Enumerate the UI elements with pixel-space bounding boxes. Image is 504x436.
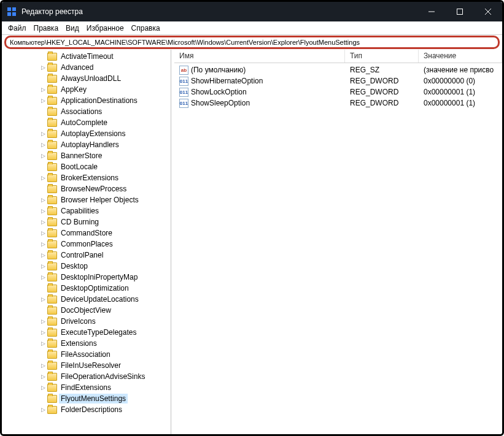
tree-item[interactable]: ▷Desktop <box>2 261 171 272</box>
tree-item[interactable]: ▷ExecuteTypeDelegates <box>2 327 171 338</box>
chevron-right-icon[interactable]: ▷ <box>39 174 47 182</box>
chevron-right-icon[interactable]: ▷ <box>39 339 47 348</box>
tree-item[interactable]: ▷Browser Helper Objects <box>2 194 171 205</box>
chevron-right-icon[interactable]: ▷ <box>39 218 47 226</box>
minimize-button[interactable] <box>417 2 446 21</box>
tree-item[interactable]: BootLocale <box>2 161 171 172</box>
tree-item[interactable]: AlwaysUnloadDLL <box>2 73 171 84</box>
tree-item[interactable]: ▷CommandStore <box>2 228 171 239</box>
folder-icon <box>47 108 57 116</box>
chevron-right-icon[interactable]: ▷ <box>39 262 47 270</box>
folder-icon <box>47 174 57 182</box>
value-type: REG_DWORD <box>345 99 419 107</box>
chevron-right-icon[interactable]: ▷ <box>39 129 47 138</box>
chevron-right-icon[interactable]: ▷ <box>39 372 47 381</box>
tree-item-label: FileOperationAdviseSinks <box>59 372 147 381</box>
folder-icon <box>47 362 57 370</box>
chevron-right-icon[interactable]: ▷ <box>39 317 47 326</box>
tree-item[interactable]: ▷FileOperationAdviseSinks <box>2 371 171 382</box>
menu-favorites[interactable]: Избранное <box>83 23 128 34</box>
folder-icon <box>47 384 57 392</box>
tree-item[interactable]: ▷Extensions <box>2 338 171 349</box>
tree-item[interactable]: ▷DriveIcons <box>2 316 171 327</box>
tree-item[interactable]: ▷FindExtensions <box>2 382 171 393</box>
tree-item[interactable]: DocObjectView <box>2 305 171 316</box>
tree-item[interactable]: ▷BrokerExtensions <box>2 172 171 183</box>
tree-item[interactable]: ▷ApplicationDestinations <box>2 95 171 106</box>
tree-item[interactable]: ▷AutoplayHandlers <box>2 139 171 150</box>
address-input[interactable]: Компьютер\HKEY_LOCAL_MACHINE\SOFTWARE\Mi… <box>4 36 500 49</box>
tree-item[interactable]: ▷FileInUseResolver <box>2 360 171 371</box>
tree-item-label: Extensions <box>59 338 99 348</box>
tree-item[interactable]: ▷CD Burning <box>2 216 171 228</box>
close-button[interactable] <box>474 2 502 21</box>
tree-item[interactable]: ▷DeviceUpdateLocations <box>2 294 171 305</box>
list-body[interactable]: ab(По умолчанию)REG_SZ(значение не присв… <box>174 63 502 434</box>
chevron-right-icon[interactable]: ▷ <box>39 229 47 237</box>
tree-item[interactable]: FlyoutMenuSettings <box>2 393 171 404</box>
tree-item-label: ControlPanel <box>59 250 105 260</box>
string-value-icon: ab <box>179 66 188 75</box>
menu-view[interactable]: Вид <box>62 23 83 34</box>
svg-rect-5 <box>457 9 463 15</box>
tree-item-label: ApplicationDestinations <box>59 96 139 105</box>
folder-icon <box>47 340 57 348</box>
chevron-right-icon[interactable]: ▷ <box>39 328 47 337</box>
value-data: (значение не присво <box>419 66 502 74</box>
menu-file[interactable]: Файл <box>4 23 30 34</box>
chevron-right-icon[interactable]: ▷ <box>39 196 47 204</box>
tree-item[interactable]: ▷AutoplayExtensions <box>2 128 171 139</box>
folder-icon <box>47 130 57 138</box>
folder-icon <box>47 119 57 127</box>
list-row[interactable]: 011ShowLockOptionREG_DWORD0x00000001 (1) <box>174 86 502 98</box>
menu-edit[interactable]: Правка <box>30 23 63 34</box>
chevron-right-icon[interactable]: ▷ <box>39 273 47 281</box>
tree-item-label: FileAssociation <box>59 350 112 359</box>
tree-item[interactable]: ▷FolderDescriptions <box>2 404 171 415</box>
maximize-button[interactable] <box>446 2 474 21</box>
column-header-value[interactable]: Значение <box>419 50 502 63</box>
list-row[interactable]: ab(По умолчанию)REG_SZ(значение не присв… <box>174 64 502 75</box>
tree-item[interactable]: ▷Capabilities <box>2 205 171 216</box>
chevron-right-icon[interactable]: ▷ <box>39 251 47 259</box>
column-header-type[interactable]: Тип <box>345 50 419 63</box>
folder-icon <box>47 163 57 171</box>
tree-pane[interactable]: ActivateTimeout▷AdvancedAlwaysUnloadDLL▷… <box>2 50 171 434</box>
list-row[interactable]: 011ShowSleepOptionREG_DWORD0x00000001 (1… <box>174 98 502 109</box>
list-row[interactable]: 011ShowHibernateOptionREG_DWORD0x0000000… <box>174 75 502 86</box>
tree-item[interactable]: FileAssociation <box>2 349 171 360</box>
chevron-right-icon[interactable]: ▷ <box>39 207 47 215</box>
content-area: ActivateTimeout▷AdvancedAlwaysUnloadDLL▷… <box>2 50 502 434</box>
titlebar[interactable]: Редактор реестра <box>2 2 502 21</box>
chevron-right-icon[interactable]: ▷ <box>39 295 47 304</box>
tree-item[interactable]: ActivateTimeout <box>2 51 171 62</box>
tree-item[interactable]: AutoComplete <box>2 117 171 128</box>
folder-icon <box>47 262 57 270</box>
tree-item[interactable]: ▷Advanced <box>2 62 171 73</box>
chevron-right-icon[interactable]: ▷ <box>39 63 47 72</box>
value-type: REG_DWORD <box>345 77 419 85</box>
chevron-right-icon[interactable]: ▷ <box>39 96 47 105</box>
folder-icon <box>47 229 57 237</box>
tree-item[interactable]: Associations <box>2 106 171 117</box>
tree-item[interactable]: ▷DesktopIniPropertyMap <box>2 272 171 283</box>
chevron-right-icon[interactable]: ▷ <box>39 85 47 94</box>
tree-item[interactable]: BrowseNewProcess <box>2 183 171 194</box>
folder-icon <box>47 207 57 215</box>
tree-item[interactable]: ▷CommonPlaces <box>2 239 171 250</box>
folder-icon <box>47 185 57 193</box>
chevron-right-icon[interactable]: ▷ <box>39 361 47 370</box>
chevron-none <box>39 306 47 315</box>
tree-item[interactable]: ▷AppKey <box>2 84 171 95</box>
chevron-right-icon[interactable]: ▷ <box>39 140 47 149</box>
tree-item[interactable]: DesktopOptimization <box>2 283 171 294</box>
folder-icon <box>47 75 57 83</box>
tree-item[interactable]: ▷BannerStore <box>2 150 171 161</box>
tree-item[interactable]: ▷ControlPanel <box>2 250 171 261</box>
menu-help[interactable]: Справка <box>128 23 164 34</box>
chevron-right-icon[interactable]: ▷ <box>39 240 47 248</box>
chevron-right-icon[interactable]: ▷ <box>39 151 47 160</box>
chevron-right-icon[interactable]: ▷ <box>39 383 47 392</box>
chevron-right-icon[interactable]: ▷ <box>39 405 47 414</box>
column-header-name[interactable]: Имя <box>174 50 345 63</box>
